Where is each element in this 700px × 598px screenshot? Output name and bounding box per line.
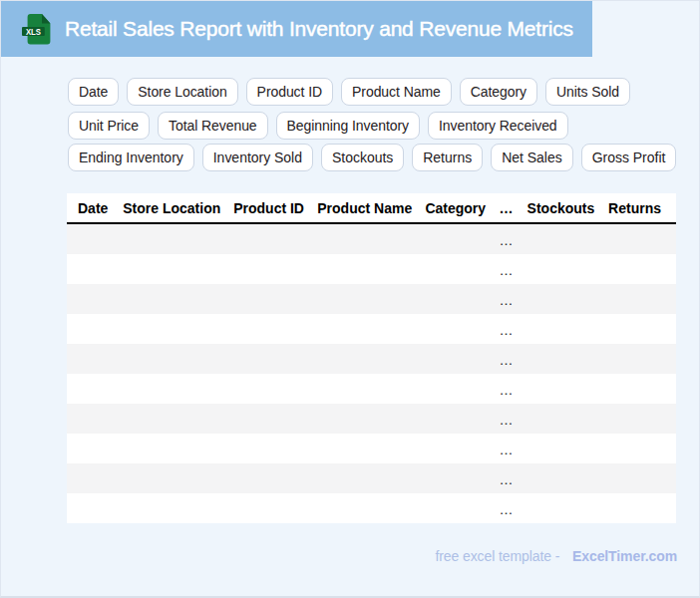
svg-text:XLS: XLS	[25, 26, 40, 37]
